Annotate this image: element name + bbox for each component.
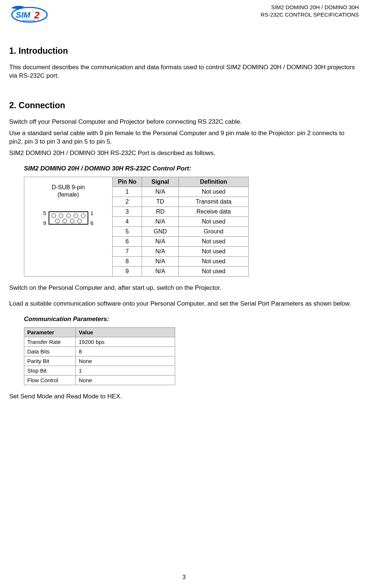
pin-cell: N/A bbox=[142, 266, 179, 276]
param-th-1: Value bbox=[76, 327, 175, 337]
pin-cell: 5 bbox=[113, 226, 142, 236]
section-1-para: This document describes the communicatio… bbox=[9, 63, 359, 80]
table-row: 2TDTransmit data bbox=[113, 197, 249, 207]
port-subtitle: SIM2 DOMINO 20H / DOMINO 30H RS-232C Con… bbox=[24, 165, 359, 172]
pin-label-6: 6 bbox=[91, 220, 93, 226]
pin-label-5: 5 bbox=[43, 210, 46, 216]
sim2-logo: SIM 2 Multimedia bbox=[9, 4, 53, 24]
pin-cell: GND bbox=[142, 226, 179, 236]
section-2-p1: Switch off your Personal Computer and Pr… bbox=[9, 118, 359, 126]
pin-cell: RD bbox=[142, 207, 179, 216]
table-row: Data Bits8 bbox=[24, 346, 175, 356]
pin-cell: N/A bbox=[142, 187, 179, 197]
params-subtitle: Communication Parameters: bbox=[24, 316, 359, 323]
pin-cell: Not used bbox=[179, 256, 249, 266]
dsub-shell-icon bbox=[49, 211, 88, 225]
param-cell: Parity Bit bbox=[24, 356, 76, 366]
pin-cell: N/A bbox=[142, 236, 179, 246]
param-cell: None bbox=[76, 375, 175, 385]
pin-th-0: Pin No bbox=[113, 177, 142, 187]
connector-cell: D-SUB 9-pin (female) 5 9 1 6 bbox=[24, 177, 112, 277]
connector-label: D-SUB 9-pin (female) bbox=[52, 184, 85, 199]
pin-cell: Transmit data bbox=[179, 197, 249, 207]
header-line1: SIM2 DOMINO 20H / DOMINO 30H bbox=[261, 4, 359, 11]
table-row: 4N/ANot used bbox=[113, 216, 249, 226]
section-2-p5: Load a suitable communication software o… bbox=[9, 300, 359, 308]
pin-cell: Not used bbox=[179, 236, 249, 246]
pin-table: Pin No Signal Definition 1N/ANot used2TD… bbox=[112, 177, 249, 277]
header-text: SIM2 DOMINO 20H / DOMINO 30H RS-232C CON… bbox=[261, 4, 359, 18]
section-1-title: 1. Introduction bbox=[9, 46, 359, 56]
pin-cell: 4 bbox=[113, 216, 142, 226]
section-2-p6: Set Send Mode and Read Mode to HEX. bbox=[9, 392, 359, 401]
connector-label-l1: D-SUB 9-pin bbox=[52, 184, 85, 191]
table-row: 6N/ANot used bbox=[113, 236, 249, 246]
pin-cell: Not used bbox=[179, 246, 249, 256]
param-cell: Transfer Rate bbox=[24, 337, 76, 346]
param-th-0: Parameter bbox=[24, 327, 76, 337]
pin-th-1: Signal bbox=[142, 177, 179, 187]
table-row: Transfer Rate19200 bps bbox=[24, 337, 175, 346]
page-header: SIM 2 Multimedia SIM2 DOMINO 20H / DOMIN… bbox=[9, 4, 359, 24]
pin-cell: N/A bbox=[142, 216, 179, 226]
header-line2: RS-232C CONTROL SPECIFICATIONS bbox=[261, 11, 359, 18]
pin-cell: Not used bbox=[179, 216, 249, 226]
pin-cell: 6 bbox=[113, 236, 142, 246]
pin-cell: Ground bbox=[179, 226, 249, 236]
pin-cell: N/A bbox=[142, 246, 179, 256]
pin-cell: 9 bbox=[113, 266, 142, 276]
table-row: 3RDReceive data bbox=[113, 207, 249, 216]
pin-layout-block: D-SUB 9-pin (female) 5 9 1 6 bbox=[24, 177, 359, 277]
param-cell: 1 bbox=[76, 366, 175, 375]
pin-cell: TD bbox=[142, 197, 179, 207]
pin-label-9: 9 bbox=[43, 220, 46, 226]
pin-label-1: 1 bbox=[91, 210, 93, 216]
param-cell: Stop Bit bbox=[24, 366, 76, 375]
dsub-connector-icon: 5 9 1 6 bbox=[43, 210, 93, 226]
param-cell: 19200 bps bbox=[76, 337, 175, 346]
pin-cell: 1 bbox=[113, 187, 142, 197]
pin-th-2: Definition bbox=[179, 177, 249, 187]
table-row: 7N/ANot used bbox=[113, 246, 249, 256]
pin-cell: Receive data bbox=[179, 207, 249, 216]
table-row: 8N/ANot used bbox=[113, 256, 249, 266]
param-cell: 8 bbox=[76, 346, 175, 356]
section-2-p2: Use a standard serial cable with 9 pin f… bbox=[9, 129, 359, 146]
pin-cell: 2 bbox=[113, 197, 142, 207]
pin-cell: Not used bbox=[179, 187, 249, 197]
page-number: 3 bbox=[0, 574, 368, 581]
param-table: Parameter Value Transfer Rate19200 bpsDa… bbox=[24, 327, 175, 385]
table-row: 9N/ANot used bbox=[113, 266, 249, 276]
table-row: 5GNDGround bbox=[113, 226, 249, 236]
pin-cell: Not used bbox=[179, 266, 249, 276]
param-cell: Flow Control bbox=[24, 375, 76, 385]
pin-cell: 7 bbox=[113, 246, 142, 256]
table-row: Flow ControlNone bbox=[24, 375, 175, 385]
svg-text:SIM: SIM bbox=[16, 10, 31, 20]
section-2-p3: SIM2 DOMINO 20H / DOMINO 30H RS-232C Por… bbox=[9, 149, 359, 158]
table-row: 1N/ANot used bbox=[113, 187, 249, 197]
table-row: Parity BitNone bbox=[24, 356, 175, 366]
pin-cell: N/A bbox=[142, 256, 179, 266]
param-cell: Data Bits bbox=[24, 346, 76, 356]
param-cell: None bbox=[76, 356, 175, 366]
svg-text:Multimedia: Multimedia bbox=[22, 19, 35, 22]
section-2-p4: Switch on the Personal Computer and, aft… bbox=[9, 284, 359, 292]
table-row: Stop Bit1 bbox=[24, 366, 175, 375]
section-2-title: 2. Connection bbox=[9, 101, 359, 110]
pin-cell: 8 bbox=[113, 256, 142, 266]
pin-cell: 3 bbox=[113, 207, 142, 216]
connector-label-l2: (female) bbox=[52, 191, 85, 199]
